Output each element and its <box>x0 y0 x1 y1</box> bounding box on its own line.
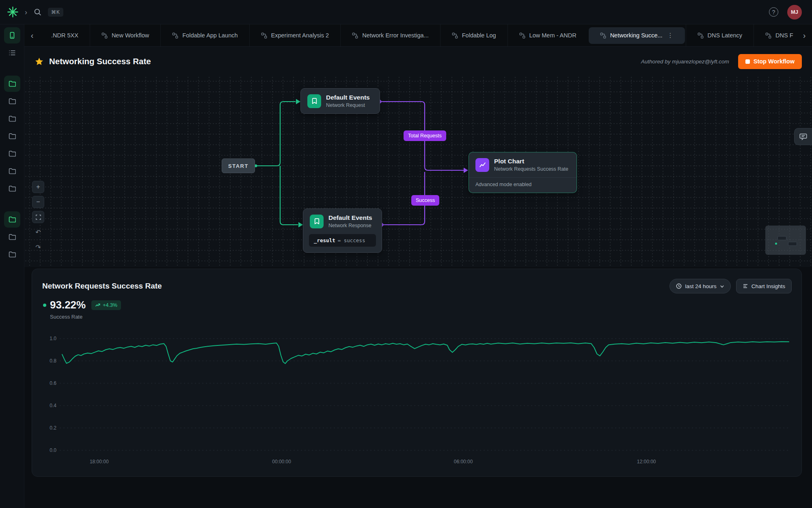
tab-label: Low Mem - ANDR <box>529 32 577 39</box>
workflow-tab[interactable]: Network Error Investiga... <box>340 24 440 46</box>
sidebar-item[interactable] <box>4 145 20 162</box>
fit-view-button[interactable] <box>32 211 44 223</box>
tab-label: Foldable Log <box>462 32 496 39</box>
sidebar-item[interactable] <box>4 45 20 61</box>
folder-icon <box>9 216 16 223</box>
workflow-tab[interactable]: Foldable App Launch <box>160 24 249 46</box>
topbar: › ⌘K ? MJ <box>0 0 812 24</box>
workflow-tab[interactable]: Foldable Log <box>440 24 508 46</box>
svg-text:18:00:00: 18:00:00 <box>90 459 109 465</box>
chart-title: Network Requests Success Rate <box>42 282 162 291</box>
metric-label: Success Rate <box>50 314 121 320</box>
tab-menu-icon[interactable]: ⋮ <box>667 32 674 39</box>
edge-label-success: Success <box>411 195 439 206</box>
metric-delta-badge: +4.3% <box>91 300 121 310</box>
sidebar-item[interactable] <box>4 229 20 245</box>
folder-icon <box>9 98 16 105</box>
tab-label: New Workflow <box>112 32 149 39</box>
redo-button[interactable]: ↷ <box>32 241 44 253</box>
sidebar-item[interactable] <box>4 246 20 263</box>
node-title: Default Events <box>326 94 370 101</box>
folder-icon <box>9 150 16 157</box>
workflow-icon <box>102 33 108 39</box>
search-icon[interactable] <box>34 8 41 16</box>
node-title: Plot Chart <box>494 158 568 165</box>
condition-key: _result <box>314 237 335 243</box>
svg-text:1.0: 1.0 <box>50 336 56 341</box>
sidebar-item[interactable] <box>4 163 20 179</box>
sidebar-item[interactable] <box>4 27 20 43</box>
folder-icon <box>9 251 16 258</box>
workflow-icon <box>172 33 178 39</box>
fit-view-icon <box>36 215 41 220</box>
app-logo <box>7 7 18 17</box>
zoom-in-button[interactable]: + <box>32 181 44 193</box>
sidebar-item[interactable] <box>4 128 20 144</box>
workflow-tab[interactable]: .NDR 5XX <box>40 24 90 46</box>
tab-label: .NDR 5XX <box>51 32 78 39</box>
minimap-node <box>777 236 786 240</box>
tab-label: DNS F <box>775 32 793 39</box>
start-node[interactable]: START <box>222 158 255 173</box>
canvas-controls: + − ↶ ↷ <box>32 181 44 253</box>
folder-icon <box>9 132 16 140</box>
folder-icon <box>9 233 16 241</box>
tabs-scroll-left-button[interactable]: ‹ <box>24 24 40 46</box>
success-rate-chart: 1.00.80.60.40.20.018:00:0000:00:0006:00:… <box>42 332 793 467</box>
workflow-icon <box>452 33 458 39</box>
folder-icon <box>9 185 16 192</box>
insights-icon <box>743 283 748 289</box>
node-subtitle: Network Response <box>328 223 372 228</box>
sidebar-nav <box>0 24 24 508</box>
sidebar-item[interactable] <box>4 211 20 228</box>
folder-icon <box>9 167 16 175</box>
tab-bar: ‹ .NDR 5XX New Workflow Foldable App Lau… <box>24 24 812 47</box>
sidebar-item[interactable] <box>4 111 20 127</box>
workflow-icon <box>765 33 771 39</box>
bookmark-icon <box>307 94 321 108</box>
sidebar-item[interactable] <box>4 76 20 92</box>
chat-bubble-icon <box>799 133 807 141</box>
undo-button[interactable]: ↶ <box>32 226 44 238</box>
sidebar-expand-icon[interactable]: › <box>25 9 27 16</box>
sidebar-item[interactable] <box>4 180 20 197</box>
workflow-icon <box>519 33 525 39</box>
workflow-tab[interactable]: Experiment Analysis 2 <box>249 24 341 46</box>
workflow-canvas[interactable]: START Default Events Network Request <box>24 76 812 267</box>
workflow-header: Networking Success Rate Authored by mjua… <box>24 47 812 76</box>
stop-workflow-button[interactable]: Stop Workflow <box>738 54 802 69</box>
node-default-events-request[interactable]: Default Events Network Request <box>300 88 380 114</box>
sidebar-item[interactable] <box>4 93 20 109</box>
tab-label: Foldable App Launch <box>182 32 238 39</box>
svg-text:00:00:00: 00:00:00 <box>272 459 291 465</box>
time-range-button[interactable]: last 24 hours <box>669 279 730 293</box>
tab-label: Networking Succe... <box>610 32 663 39</box>
workflow-tab[interactable]: New Workflow <box>90 24 160 46</box>
node-plot-chart[interactable]: Plot Chart Network Requests Success Rate… <box>469 152 577 193</box>
bookmark-icon <box>310 215 324 228</box>
workflow-tab[interactable]: DNS Latency <box>686 24 754 46</box>
node-note: Advanced mode enabled <box>469 177 577 193</box>
tab-label: Network Error Investiga... <box>362 32 429 39</box>
chart-panel: Network Requests Success Rate last 24 ho… <box>32 269 802 477</box>
svg-text:06:00:00: 06:00:00 <box>454 459 473 465</box>
comments-button[interactable] <box>794 128 812 145</box>
workflow-edges <box>24 76 812 267</box>
avatar[interactable]: MJ <box>787 5 802 20</box>
node-default-events-response[interactable]: Default Events Network Response _result=… <box>303 208 382 253</box>
favorite-star-icon[interactable] <box>35 57 43 66</box>
metric-value: 93.22% <box>50 299 86 311</box>
workflow-tab[interactable]: Networking Succe... ⋮ <box>589 27 685 44</box>
condition-value: = success <box>338 237 365 243</box>
workflow-icon <box>600 33 606 39</box>
folder-icon <box>9 80 16 87</box>
zoom-out-button[interactable]: − <box>32 196 44 208</box>
stop-icon <box>745 59 750 64</box>
minimap[interactable] <box>765 226 806 255</box>
help-button[interactable]: ? <box>769 7 778 17</box>
workflow-tab[interactable]: Low Mem - ANDR <box>508 24 588 46</box>
tabs-scroll-right-button[interactable]: › <box>797 24 812 46</box>
condition-chip: _result= success <box>309 234 376 247</box>
chart-insights-button[interactable]: Chart Insights <box>736 279 792 293</box>
status-dot <box>43 304 46 307</box>
